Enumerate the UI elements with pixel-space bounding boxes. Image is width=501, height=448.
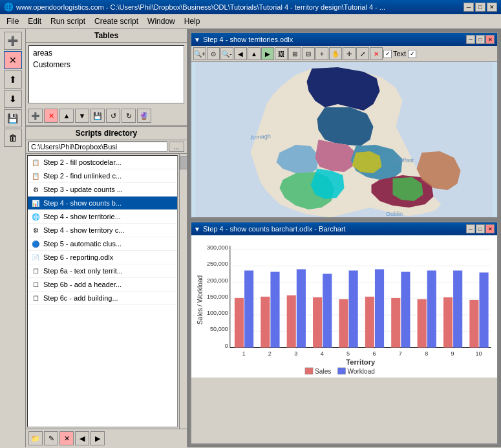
tables-save-btn[interactable]: 💾 bbox=[91, 109, 105, 123]
bar-chart-svg: 300,000 250,000 200,000 150,000 100,000 … bbox=[194, 238, 495, 375]
svg-text:Workload: Workload bbox=[348, 368, 375, 375]
tables-wand-btn[interactable]: 🔮 bbox=[137, 109, 151, 123]
script-item-3[interactable]: 📊 Step 4 - show counts b... bbox=[28, 197, 177, 210]
map-text-checkbox[interactable]: ✓ bbox=[383, 50, 392, 58]
tables-icon-toolbar: ➕ ✕ ▲ ▼ 💾 ↺ ↻ 🔮 bbox=[26, 106, 187, 126]
map-remove-btn[interactable]: ✕ bbox=[370, 47, 383, 60]
svg-text:4: 4 bbox=[321, 350, 324, 357]
menu-window[interactable]: Window bbox=[144, 16, 179, 27]
add-tool-button[interactable]: ➕ bbox=[4, 32, 22, 50]
script-item-0[interactable]: 📋 Step 2 - fill postcodelar... bbox=[28, 156, 177, 169]
svg-text:Sales / Workload: Sales / Workload bbox=[197, 275, 204, 325]
scripts-delete-btn[interactable]: ✕ bbox=[59, 431, 74, 445]
move-up-tool-button[interactable]: ⬆ bbox=[4, 70, 22, 89]
svg-rect-34 bbox=[401, 272, 410, 347]
menu-create-script[interactable]: Create script bbox=[91, 16, 142, 27]
chart-close-btn[interactable]: ✕ bbox=[485, 224, 495, 233]
chart-minimize-btn[interactable]: ─ bbox=[466, 224, 475, 233]
map-next-btn[interactable]: 🖼 bbox=[275, 47, 288, 60]
svg-text:5: 5 bbox=[346, 350, 350, 357]
scripts-header: Scripts directory bbox=[26, 127, 187, 140]
menu-bar: File Edit Run script Create script Windo… bbox=[0, 14, 501, 29]
script-icon-table2: 📋 bbox=[30, 171, 41, 181]
map-text-toggle[interactable]: ✓ Text bbox=[383, 50, 406, 58]
script-item-9[interactable]: ☐ Step 6b - add a header... bbox=[28, 278, 177, 292]
scripts-edit-btn[interactable]: ✎ bbox=[44, 431, 58, 445]
svg-text:300,000: 300,000 bbox=[207, 244, 228, 251]
scripts-browse-button[interactable]: ... bbox=[169, 142, 184, 152]
minimize-button[interactable]: ─ bbox=[464, 3, 474, 12]
menu-edit[interactable]: Edit bbox=[24, 16, 45, 27]
script-item-8[interactable]: ☐ Step 6a - text only territ... bbox=[28, 264, 177, 278]
move-down-tool-button[interactable]: ⬇ bbox=[4, 90, 22, 108]
script-item-10[interactable]: ☐ Step 6c - add building... bbox=[28, 292, 177, 305]
scripts-prev-btn[interactable]: ◀ bbox=[75, 431, 89, 445]
script-item-6[interactable]: 🔵 Step 5 - automatic clus... bbox=[28, 237, 177, 251]
map-zoom-out-btn[interactable]: 🔍- bbox=[220, 47, 233, 60]
map-minimize-btn[interactable]: ─ bbox=[466, 35, 475, 44]
svg-rect-24 bbox=[270, 272, 279, 347]
tables-down-btn[interactable]: ▼ bbox=[75, 109, 89, 123]
map-window-scroll-btn[interactable]: ▼ bbox=[194, 36, 200, 43]
map-grid2-btn[interactable]: ⊟ bbox=[302, 47, 315, 60]
menu-run-script[interactable]: Run script bbox=[47, 16, 89, 27]
scripts-next-btn[interactable]: ▶ bbox=[91, 431, 105, 445]
script-item-7[interactable]: 📄 Step 6 - reporting.odlx bbox=[28, 251, 177, 264]
script-icon-check2: ☐ bbox=[30, 279, 41, 290]
map-close-btn[interactable]: ✕ bbox=[485, 35, 495, 44]
scripts-path-input[interactable] bbox=[28, 142, 167, 152]
chart-maximize-btn[interactable]: □ bbox=[476, 224, 485, 233]
scripts-list[interactable]: 📋 Step 2 - fill postcodelar... 📋 Step 2 … bbox=[27, 155, 178, 427]
map-maximize-btn[interactable]: □ bbox=[476, 35, 485, 44]
close-button[interactable]: ✕ bbox=[487, 3, 497, 12]
save-tool-button[interactable]: 💾 bbox=[4, 109, 22, 127]
scripts-open-btn[interactable]: 📁 bbox=[28, 431, 43, 445]
tables-header: Tables bbox=[26, 29, 187, 43]
svg-text:9: 9 bbox=[451, 350, 454, 357]
svg-rect-52 bbox=[305, 368, 313, 374]
map-plus-btn[interactable]: + bbox=[315, 47, 328, 60]
tables-add-btn[interactable]: ➕ bbox=[28, 109, 43, 123]
map-zoom-actual-btn[interactable]: ⊙ bbox=[207, 47, 220, 60]
tables-redo-btn[interactable]: ↻ bbox=[122, 109, 136, 123]
map-grid-btn[interactable]: ⊞ bbox=[288, 47, 301, 60]
chart-window-title: Step 4 - show counts barchart.odlx - Bar… bbox=[203, 225, 346, 233]
chart-window-titlebar: ▼ Step 4 - show counts barchart.odlx - B… bbox=[191, 222, 497, 235]
tables-delete-btn[interactable]: ✕ bbox=[44, 109, 58, 123]
chart-window-scroll-btn[interactable]: ▼ bbox=[194, 226, 200, 233]
script-item-5[interactable]: ⚙ Step 4 - show territory c... bbox=[28, 224, 177, 237]
script-item-4[interactable]: 🌐 Step 4 - show territorie... bbox=[28, 210, 177, 224]
tables-up-btn[interactable]: ▲ bbox=[59, 109, 74, 123]
svg-rect-25 bbox=[287, 295, 296, 348]
scripts-scrollbar[interactable] bbox=[179, 154, 187, 429]
svg-text:1: 1 bbox=[242, 350, 246, 357]
map-up-btn[interactable]: ▲ bbox=[248, 47, 261, 60]
map-hand-btn[interactable]: ✋ bbox=[329, 47, 342, 60]
script-icon-gear2: ⚙ bbox=[30, 225, 41, 235]
map-prev-btn[interactable]: ◀ bbox=[234, 47, 247, 60]
chart-content: 300,000 250,000 200,000 150,000 100,000 … bbox=[191, 235, 497, 378]
table-item-areas[interactable]: areas bbox=[30, 47, 182, 59]
map-play-btn[interactable]: ▶ bbox=[261, 47, 274, 60]
svg-rect-40 bbox=[479, 273, 488, 348]
map-zoom-in-btn[interactable]: 🔍+ bbox=[193, 47, 206, 60]
left-toolbar: ➕ ✕ ⬆ ⬇ 💾 🗑 bbox=[0, 29, 26, 447]
map-extra-checkbox[interactable]: ✓ bbox=[408, 50, 416, 58]
tables-undo-btn[interactable]: ↺ bbox=[106, 109, 120, 123]
menu-help[interactable]: Help bbox=[180, 16, 204, 27]
script-item-2[interactable]: ⚙ Step 3 - update counts ... bbox=[28, 183, 177, 197]
svg-text:100,000: 100,000 bbox=[207, 310, 228, 316]
table-item-customers[interactable]: Customers bbox=[30, 59, 182, 70]
maximize-button[interactable]: □ bbox=[475, 3, 485, 12]
tables-list[interactable]: areas Customers bbox=[28, 45, 184, 103]
svg-text:Dublin: Dublin bbox=[387, 211, 403, 217]
delete-tool-button[interactable]: ✕ bbox=[4, 51, 22, 69]
map-area[interactable]: Armagh Belfast Dublin Waterford bbox=[191, 62, 497, 217]
map-crosshair-btn[interactable]: ✛ bbox=[343, 47, 356, 60]
menu-file[interactable]: File bbox=[3, 16, 23, 27]
delete2-tool-button[interactable]: 🗑 bbox=[4, 129, 22, 147]
script-item-1[interactable]: 📋 Step 2 - find unlinked c... bbox=[28, 169, 177, 183]
map-move-btn[interactable]: ⤢ bbox=[356, 47, 369, 60]
svg-rect-23 bbox=[261, 297, 270, 348]
svg-text:3: 3 bbox=[294, 350, 297, 357]
